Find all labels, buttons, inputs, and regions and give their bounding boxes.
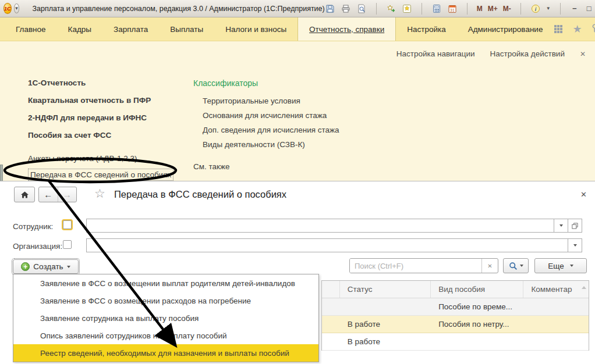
organization-dropdown-button[interactable] xyxy=(568,238,582,252)
add-favorite-icon[interactable] xyxy=(386,3,396,14)
menu-item-zayavlenie-sotrudnika[interactable]: Заявление сотрудника на выплату пособия xyxy=(13,309,318,327)
link-2ndfl-ifns[interactable]: 2-НДФЛ для передачи в ИФНС xyxy=(28,109,173,127)
form-close-icon[interactable]: ✕ xyxy=(580,190,587,199)
all-functions-grid-icon[interactable] xyxy=(554,24,563,34)
save-icon[interactable] xyxy=(325,3,335,14)
favorite-star-icon[interactable]: ☆ xyxy=(94,187,105,201)
chevron-down-icon xyxy=(67,266,70,268)
form-title: Передача в ФСС сведений о пособиях xyxy=(114,189,286,200)
back-button[interactable]: ← xyxy=(39,187,58,202)
link-ankety-persucheta[interactable]: Анкеты персучета (АДВ-1,2,3) xyxy=(28,151,173,167)
info-icon[interactable]: i xyxy=(530,3,541,14)
tab-zarplata[interactable]: Зарплата xyxy=(102,17,159,41)
print-preview-icon[interactable] xyxy=(356,3,367,14)
link-dop-svedeniya-stazha[interactable]: Доп. сведения для исчисления стажа xyxy=(203,123,339,137)
memory-m-minus-button[interactable]: M- xyxy=(503,5,511,13)
memory-m-button[interactable]: M xyxy=(477,5,483,13)
app-window: 1С ▼ Зарплата и управление персоналом, р… xyxy=(0,0,595,364)
divider xyxy=(376,3,377,15)
column-benefit[interactable]: Вид пособия xyxy=(431,281,523,298)
link-territorialnye-usloviya[interactable]: Территориальные условия xyxy=(203,94,339,108)
calendar-icon[interactable]: 31 xyxy=(447,3,458,14)
history-icon[interactable] xyxy=(592,23,595,35)
maximize-button[interactable]: □ xyxy=(585,4,594,13)
info-dropdown-icon[interactable]: ▼ xyxy=(546,6,551,11)
create-button[interactable]: + Создать xyxy=(13,259,79,274)
action-settings-link[interactable]: Настройка действий xyxy=(490,49,565,58)
employee-label: Сотрудник: xyxy=(13,222,53,231)
employee-open-button[interactable] xyxy=(568,219,582,233)
search-field: ✕ xyxy=(349,258,498,273)
link-posobiya-fss[interactable]: Пособия за счет ФСС xyxy=(28,127,173,144)
tab-glavnoe[interactable]: Главное xyxy=(5,17,57,41)
employee-input[interactable] xyxy=(86,219,554,233)
organization-label: Организация: xyxy=(13,242,62,251)
fss-transfer-form: ← → ☆ Передача в ФСС сведений о пособиях… xyxy=(0,181,595,364)
classifiers-header: Классификаторы xyxy=(193,77,339,89)
create-dropdown-menu: Заявление в ФСС о возмещении выплат роди… xyxy=(13,274,319,362)
forward-button[interactable]: → xyxy=(58,187,77,202)
link-osnovaniya-stazha[interactable]: Основания для исчисления стажа xyxy=(203,108,339,123)
divider xyxy=(520,3,521,15)
navigation-settings-link[interactable]: Настройка навигации xyxy=(396,49,475,58)
1c-logo-icon: 1С xyxy=(3,3,12,14)
favorites-star-icon[interactable]: ★ xyxy=(572,24,582,34)
search-input[interactable] xyxy=(350,259,481,273)
tab-nalogi[interactable]: Налоги и взносы xyxy=(214,17,298,41)
section-tab-bar: Главное Кадры Зарплата Выплаты Налоги и … xyxy=(0,17,595,41)
menu-item-opis-zayavleniy[interactable]: Опись заявлений сотрудников на выплату п… xyxy=(13,327,318,344)
tab-vyplaty[interactable]: Выплаты xyxy=(159,17,214,41)
tab-administrirovanie[interactable]: Администрирование xyxy=(457,17,554,41)
tab-kadry[interactable]: Кадры xyxy=(57,17,102,41)
calculator-icon[interactable] xyxy=(431,3,442,14)
panel-close-icon[interactable]: ✕ xyxy=(580,50,586,58)
favorites-icon[interactable] xyxy=(402,3,412,14)
menu-item-zayavlenie-deti-invalidy[interactable]: Заявление в ФСС о возмещении выплат роди… xyxy=(13,274,318,292)
memory-m-plus-button[interactable]: M+ xyxy=(488,5,498,13)
tab-otchetnost[interactable]: Отчетность, справки xyxy=(298,17,396,41)
link-1c-otchetnost[interactable]: 1С-Отчетность xyxy=(28,74,173,92)
print-icon[interactable] xyxy=(341,3,351,14)
divider xyxy=(467,3,468,15)
more-button[interactable]: Еще xyxy=(534,258,587,273)
plus-icon: + xyxy=(21,262,30,271)
search-clear-icon[interactable]: ✕ xyxy=(481,259,498,273)
see-also-header: См. также xyxy=(193,162,339,171)
organization-input[interactable] xyxy=(86,238,568,252)
divider xyxy=(422,3,422,15)
reports-section-panel: Настройка навигации Настройка действий ✕… xyxy=(0,41,595,181)
title-bar: 1С ▼ Зарплата и управление персоналом, р… xyxy=(0,0,595,17)
menu-item-zayavlenie-pogrebenie[interactable]: Заявление в ФСС о возмещении расходов на… xyxy=(13,292,318,309)
search-button[interactable] xyxy=(503,258,529,273)
menu-item-reestr-svedeniy[interactable]: Реестр сведений, необходимых для назначе… xyxy=(13,344,318,362)
window-title: Зарплата и управление персоналом, редакц… xyxy=(32,5,324,13)
employee-dropdown-button[interactable] xyxy=(554,219,568,233)
employee-checkbox[interactable] xyxy=(63,220,72,229)
chevron-down-icon xyxy=(570,265,573,267)
column-status[interactable]: Статус xyxy=(340,281,431,298)
chevron-down-icon xyxy=(520,265,523,267)
column-comment[interactable]: Комментар xyxy=(523,281,589,298)
minimize-button[interactable]: − xyxy=(570,4,579,13)
sort-indicator-icon xyxy=(582,286,586,289)
divider xyxy=(560,3,561,15)
table-row-selected[interactable]: В работе Пособия по нетру... xyxy=(322,316,589,333)
tab-nastroyka[interactable]: Настройка xyxy=(396,17,456,41)
table-row[interactable]: Пособие по време... xyxy=(322,298,589,316)
svg-text:31: 31 xyxy=(450,8,455,12)
app-menu-button[interactable]: ▼ xyxy=(14,3,20,13)
link-kvartalnaya-pfr[interactable]: Квартальная отчетность в ПФР xyxy=(28,92,173,109)
link-vidy-deyatelnosti[interactable]: Виды деятельности (СЗВ-К) xyxy=(203,137,339,152)
table-header[interactable]: Статус Вид пособия Комментар xyxy=(322,281,589,298)
history-nav-group: ← → xyxy=(38,187,77,202)
organization-checkbox[interactable] xyxy=(63,240,72,249)
link-peredacha-fss[interactable]: Передача в ФСС сведений о пособиях xyxy=(28,169,173,181)
table-row[interactable]: В работе xyxy=(322,333,589,351)
home-button[interactable] xyxy=(14,187,35,202)
benefits-table: Статус Вид пособия Комментар Пособие по … xyxy=(321,280,589,351)
